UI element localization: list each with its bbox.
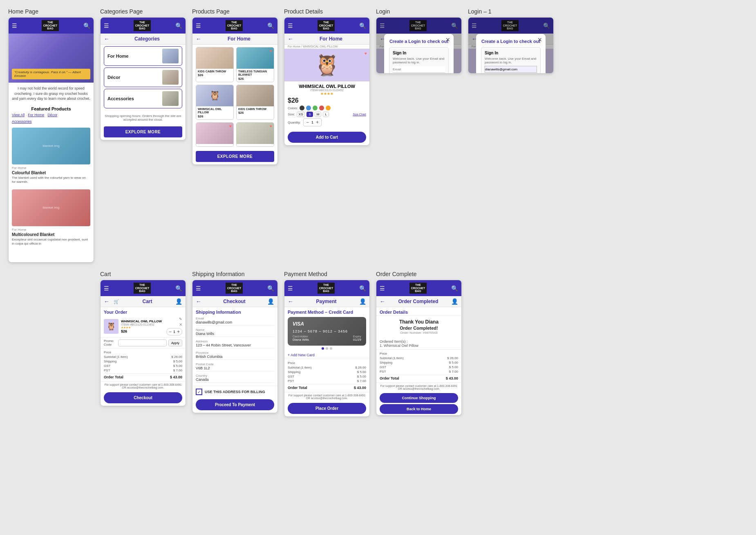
heart-icon-1[interactable]: ♥ xyxy=(270,49,272,53)
prod-hamburger-icon[interactable]: ☰ xyxy=(196,22,201,29)
prod-tile-1[interactable]: ♥ TIMELESS TUNISIAN BLANKET $26 xyxy=(236,47,274,82)
cart-qty-plus[interactable]: + xyxy=(177,329,180,335)
ship-postal-value[interactable]: V6B 1L2 xyxy=(196,366,274,371)
back-to-home-btn[interactable]: Back to Home xyxy=(380,404,458,414)
qty-plus-btn[interactable]: + xyxy=(316,119,319,125)
expiry-value: 01/29 xyxy=(353,338,361,342)
color-dot-4[interactable] xyxy=(326,106,331,110)
prod-back-btn[interactable]: ← xyxy=(196,36,201,42)
pay-user-icon[interactable]: 👤 xyxy=(359,298,366,305)
color-dot-0[interactable] xyxy=(300,106,304,110)
promo-input[interactable] xyxy=(118,339,167,346)
heart-icon-3[interactable]: ♡ xyxy=(268,86,272,91)
prod-tile-2[interactable]: 🦉 ♡ WHIMSICAL OWL PILLOW $26 xyxy=(196,85,234,120)
place-order-btn[interactable]: Place Order xyxy=(288,403,366,414)
card-dot-2[interactable] xyxy=(330,347,332,350)
ship-hamburger-icon[interactable]: ☰ xyxy=(196,285,201,292)
cart-search-icon[interactable]: 🔍 xyxy=(175,285,182,292)
detail-search-icon[interactable]: 🔍 xyxy=(359,22,366,29)
ship-search-icon[interactable]: 🔍 xyxy=(267,285,274,292)
email-input[interactable] xyxy=(393,66,445,73)
ship-back-btn[interactable]: ← xyxy=(196,298,201,305)
login1-email-input[interactable] xyxy=(485,66,537,73)
link-decor[interactable]: Décor xyxy=(47,113,57,117)
detail-back-btn[interactable]: ← xyxy=(288,36,293,42)
cart-user-icon[interactable]: 👤 xyxy=(175,298,182,305)
prod-name-0: KIDS CABIN THROW xyxy=(198,70,232,73)
color-dot-3[interactable] xyxy=(319,106,324,110)
oc-hamburger-icon[interactable]: ☰ xyxy=(380,285,385,292)
color-dot-2[interactable] xyxy=(313,106,318,110)
heart-icon-5[interactable]: ♥ xyxy=(270,124,272,128)
modal-close-btn[interactable]: ✕ xyxy=(445,36,450,43)
prod-search-icon[interactable]: 🔍 xyxy=(267,22,274,29)
prod-explore-btn[interactable]: EXPLORE MORE xyxy=(196,151,274,162)
cart-hamburger-icon[interactable]: ☰ xyxy=(104,285,109,292)
pay-pst-value: $ 7.00 xyxy=(357,379,366,383)
ship-name-value[interactable]: Diana Wills xyxy=(196,332,274,337)
billing-checkbox[interactable]: ✓ xyxy=(196,389,202,395)
prod-logo-text: THECROCHETBAG xyxy=(226,20,243,31)
continue-shopping-btn[interactable]: Continue Shopping xyxy=(380,393,458,403)
cat-card-for-home[interactable]: For Home xyxy=(104,46,182,66)
ship-country-value[interactable]: Canada xyxy=(196,378,274,383)
prod-tile-3[interactable]: ♡ KIDS CABIN THROW $26 xyxy=(236,85,274,120)
heart-icon-2[interactable]: ♡ xyxy=(228,86,232,91)
cat-hamburger-icon[interactable]: ☰ xyxy=(104,22,109,29)
oc-total-value: $ 43.00 xyxy=(446,376,458,380)
search-icon[interactable]: 🔍 xyxy=(83,22,90,29)
ship-user-icon[interactable]: 👤 xyxy=(267,298,274,305)
oc-user-icon[interactable]: 👤 xyxy=(451,298,458,305)
promo-apply-btn[interactable]: Apply xyxy=(168,339,182,346)
size-btn-xs[interactable]: XS xyxy=(297,112,305,117)
color-dot-1[interactable] xyxy=(306,106,311,110)
cart-edit-icon[interactable]: ✎ xyxy=(179,317,182,321)
oc-search-icon[interactable]: 🔍 xyxy=(451,285,458,292)
heart-icon-4[interactable]: ♥ xyxy=(229,124,232,128)
billing-check-label: USE THIS ADDRESS FOR BILLING xyxy=(205,390,265,394)
login1-modal-close-btn[interactable]: ✕ xyxy=(537,36,542,43)
card-dot-0[interactable] xyxy=(322,347,324,350)
cart-back-btn[interactable]: ← xyxy=(104,298,110,305)
add-to-cart-btn[interactable]: Add to Cart xyxy=(288,132,366,143)
size-btn-s[interactable]: S xyxy=(306,112,313,117)
cart-qty-minus[interactable]: − xyxy=(169,329,172,335)
prod-tile-5[interactable]: ♥ xyxy=(236,122,274,147)
size-btn-m[interactable]: M xyxy=(315,112,322,117)
detail-hamburger-icon[interactable]: ☰ xyxy=(288,22,293,29)
size-chart-link[interactable]: Size Chart xyxy=(353,113,366,116)
cat-card-accessories[interactable]: Accessories xyxy=(104,89,182,108)
link-view-all[interactable]: View All xyxy=(12,113,25,117)
shipping-phone: ☰ THECROCHETBAG 🔍 ← Checkout 👤 Shipping … xyxy=(192,280,278,413)
link-for-home[interactable]: For Home xyxy=(28,113,44,117)
qty-minus-btn[interactable]: − xyxy=(306,119,309,125)
card-dot-1[interactable] xyxy=(326,347,328,350)
ship-province-value[interactable]: British Columbia xyxy=(196,355,274,360)
pay-back-btn[interactable]: ← xyxy=(288,298,293,305)
ship-address-value[interactable]: 123 – 44 Robin Street, Vancouver xyxy=(196,343,274,348)
hamburger-icon[interactable]: ☰ xyxy=(12,22,17,29)
cart-remove-icon[interactable]: ✕ xyxy=(179,322,182,327)
prod-tile-4[interactable]: ♥ xyxy=(196,122,234,147)
heart-icon-0[interactable]: ♡ xyxy=(228,49,232,53)
cat-search-icon[interactable]: 🔍 xyxy=(175,22,182,29)
ship-email-value[interactable]: dianawills@gmail.com xyxy=(196,320,274,326)
oc-thank-you: Thank You Diana Order Completed! Order N… xyxy=(376,316,461,338)
prod-img-1 xyxy=(237,47,274,69)
pay-hamburger-icon[interactable]: ☰ xyxy=(288,285,293,292)
cart-phone: ☰ THECROCHETBAG 🔍 ← 🛒 Cart 👤 Your Order … xyxy=(100,280,186,406)
cat-card-decor[interactable]: Décor xyxy=(104,67,182,87)
prod-tile-0[interactable]: ♡ KIDS CABIN THROW $26 xyxy=(196,47,234,82)
cat-back-btn[interactable]: ← xyxy=(104,36,110,42)
oc-back-btn[interactable]: ← xyxy=(380,298,385,305)
size-btn-l[interactable]: L xyxy=(323,112,329,117)
pay-search-icon[interactable]: 🔍 xyxy=(359,285,366,292)
add-card-row[interactable]: + Add New Card xyxy=(284,351,369,359)
card-number: 1234 – 5678 – 9012 – 3456 xyxy=(293,329,361,333)
cart-checkout-btn[interactable]: Checkout xyxy=(104,392,182,403)
pay-section-title: Payment Method – Credit Card xyxy=(284,307,369,315)
detail-heart-icon[interactable]: ♥ xyxy=(365,51,367,56)
cat-explore-btn[interactable]: EXPLORE MORE xyxy=(104,126,182,137)
proceed-payment-btn[interactable]: Proceed To Payment xyxy=(196,399,274,410)
link-accessories[interactable]: Accessories xyxy=(12,119,32,124)
